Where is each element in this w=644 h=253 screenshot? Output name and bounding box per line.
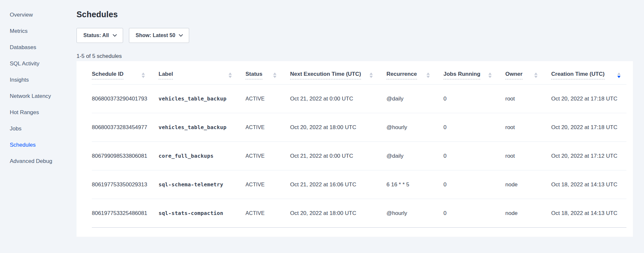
next-execution-cell: Oct 20, 2022 at 18:00 UTC: [290, 199, 386, 228]
column-header-owner[interactable]: Owner: [505, 61, 551, 85]
chevron-down-icon: [113, 33, 117, 37]
status-cell: ACTIVE: [245, 170, 290, 199]
sidebar-item-advanced-debug[interactable]: Advanced Debug: [0, 153, 77, 169]
table-header-row: Schedule ID Label Status Next Execution …: [92, 61, 626, 85]
sidebar-item-hot-ranges[interactable]: Hot Ranges: [0, 104, 77, 121]
table-row: 806800373290401793 vehicles_table_backup…: [92, 85, 626, 113]
sidebar-item-databases[interactable]: Databases: [0, 39, 77, 56]
sidebar-item-overview[interactable]: Overview: [0, 7, 77, 23]
sort-icon[interactable]: [273, 73, 276, 78]
main-content: Schedules Status: All Show: Latest 50 1-…: [77, 0, 644, 237]
chevron-down-icon: [179, 33, 183, 37]
sidebar-item-network-latency[interactable]: Network Latency: [0, 88, 77, 104]
owner-cell: root: [505, 113, 551, 142]
jobs-running-cell: 0: [443, 85, 505, 113]
creation-time-cell: Oct 20, 2022 at 17:18 UTC: [551, 113, 626, 142]
column-header-label[interactable]: Label: [159, 61, 245, 85]
column-header-jobs-running[interactable]: Jobs Running: [443, 61, 505, 85]
recurrence-cell: @hourly: [386, 113, 443, 142]
next-execution-cell: Oct 21, 2022 at 0:00 UTC: [290, 142, 386, 170]
schedule-id-cell[interactable]: 806799098533806081: [92, 142, 159, 170]
results-count: 1-5 of 5 schedules: [77, 53, 644, 60]
creation-time-cell: Oct 18, 2022 at 14:13 UTC: [551, 170, 626, 199]
column-header-status[interactable]: Status: [245, 61, 290, 85]
schedule-id-cell[interactable]: 806800373283454977: [92, 113, 159, 142]
table-row: 806197753325486081 sql-stats-compaction …: [92, 199, 626, 228]
schedules-table-card: Schedule ID Label Status Next Execution …: [77, 61, 633, 237]
owner-cell: node: [505, 199, 551, 228]
sidebar-item-jobs[interactable]: Jobs: [0, 121, 77, 137]
schedule-id-cell[interactable]: 806197753325486081: [92, 199, 159, 228]
recurrence-cell: 6 16 * * 5: [386, 170, 443, 199]
schedule-label-cell: core_full_backups: [159, 142, 245, 170]
sidebar-item-schedules[interactable]: Schedules: [0, 137, 77, 153]
status-filter-dropdown[interactable]: Status: All: [77, 28, 123, 43]
show-filter-dropdown[interactable]: Show: Latest 50: [129, 28, 189, 43]
sort-icon[interactable]: [229, 73, 232, 78]
sort-icon[interactable]: [534, 73, 538, 78]
schedule-label-cell: sql-schema-telemetry: [159, 170, 245, 199]
owner-cell: root: [505, 85, 551, 113]
sort-icon[interactable]: [617, 73, 621, 78]
table-row: 806800373283454977 vehicles_table_backup…: [92, 113, 626, 142]
jobs-running-cell: 0: [443, 199, 505, 228]
show-filter-label: Show: Latest 50: [136, 33, 175, 38]
schedule-id-cell[interactable]: 806800373290401793: [92, 85, 159, 113]
creation-time-cell: Oct 20, 2022 at 17:18 UTC: [551, 85, 626, 113]
schedule-label-cell: vehicles_table_backup: [159, 113, 245, 142]
schedules-page: Overview Metrics Databases SQL Activity …: [0, 0, 644, 253]
page-title: Schedules: [77, 0, 644, 19]
status-cell: ACTIVE: [245, 85, 290, 113]
column-header-creation-time[interactable]: Creation Time (UTC): [551, 61, 626, 85]
schedule-label-cell: sql-stats-compaction: [159, 199, 245, 228]
filters-bar: Status: All Show: Latest 50: [77, 28, 644, 43]
next-execution-cell: Oct 21, 2022 at 0:00 UTC: [290, 85, 386, 113]
jobs-running-cell: 0: [443, 170, 505, 199]
sort-icon[interactable]: [488, 73, 492, 78]
owner-cell: root: [505, 142, 551, 170]
sort-icon[interactable]: [427, 73, 430, 78]
table-row: 806799098533806081 core_full_backups ACT…: [92, 142, 626, 170]
jobs-running-cell: 0: [443, 113, 505, 142]
column-header-next-execution[interactable]: Next Execution Time (UTC): [290, 61, 386, 85]
sidebar-item-sql-activity[interactable]: SQL Activity: [0, 56, 77, 72]
creation-time-cell: Oct 18, 2022 at 14:13 UTC: [551, 199, 626, 228]
sidebar-item-metrics[interactable]: Metrics: [0, 23, 77, 39]
next-execution-cell: Oct 21, 2022 at 16:06 UTC: [290, 170, 386, 199]
column-header-recurrence[interactable]: Recurrence: [386, 61, 443, 85]
schedule-id-cell[interactable]: 806197753350029313: [92, 170, 159, 199]
sort-icon[interactable]: [142, 73, 145, 78]
creation-time-cell: Oct 20, 2022 at 17:12 UTC: [551, 142, 626, 170]
next-execution-cell: Oct 20, 2022 at 18:00 UTC: [290, 113, 386, 142]
recurrence-cell: @hourly: [386, 199, 443, 228]
status-filter-label: Status: All: [83, 33, 109, 38]
jobs-running-cell: 0: [443, 142, 505, 170]
status-cell: ACTIVE: [245, 199, 290, 228]
sort-icon[interactable]: [370, 73, 373, 78]
status-cell: ACTIVE: [245, 113, 290, 142]
recurrence-cell: @daily: [386, 142, 443, 170]
schedule-label-cell: vehicles_table_backup: [159, 85, 245, 113]
status-cell: ACTIVE: [245, 142, 290, 170]
column-header-schedule-id[interactable]: Schedule ID: [92, 61, 159, 85]
recurrence-cell: @daily: [386, 85, 443, 113]
sidebar-item-insights[interactable]: Insights: [0, 72, 77, 88]
sidebar: Overview Metrics Databases SQL Activity …: [0, 0, 77, 253]
table-row: 806197753350029313 sql-schema-telemetry …: [92, 170, 626, 199]
owner-cell: node: [505, 170, 551, 199]
schedules-table: Schedule ID Label Status Next Execution …: [92, 61, 626, 228]
